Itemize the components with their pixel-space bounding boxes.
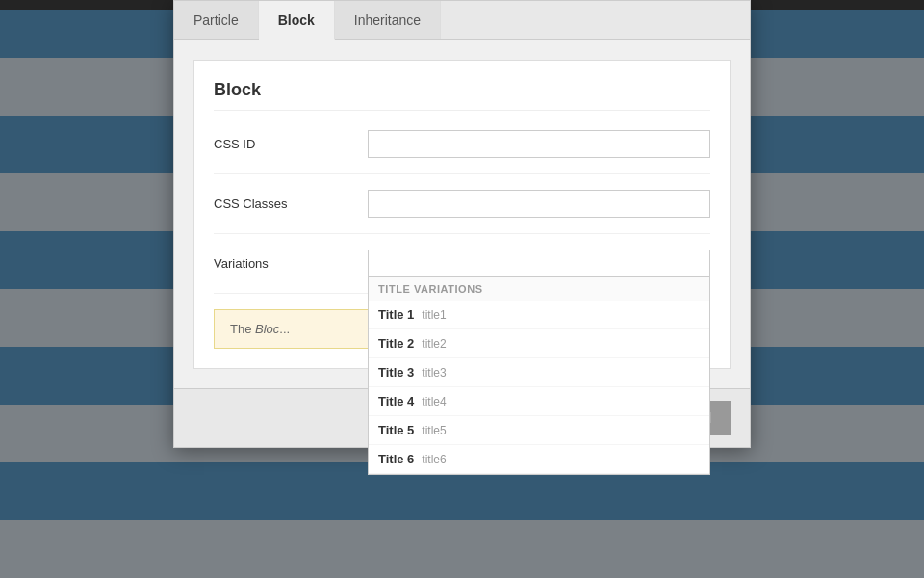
tab-block[interactable]: Block xyxy=(259,1,335,40)
dropdown-item-main: Title 4 xyxy=(378,394,414,408)
dropdown-item-sub: title4 xyxy=(422,395,446,408)
dropdown-item[interactable]: Title 3 title3 xyxy=(369,358,709,387)
dropdown-item-sub: title3 xyxy=(422,366,446,380)
dropdown-item-main: Title 1 xyxy=(378,307,414,322)
card-title: Block xyxy=(214,80,710,111)
css-id-label: CSS ID xyxy=(214,130,368,151)
dropdown-item[interactable]: Title 1 title1 xyxy=(369,301,709,329)
css-classes-input[interactable] xyxy=(368,190,710,218)
variations-dropdown[interactable]: TITLE VARIATIONS Title 1 title1 Title 2 … xyxy=(368,277,710,475)
dropdown-item-main: Title 2 xyxy=(378,336,414,351)
tab-bar: Particle Block Inheritance xyxy=(174,1,750,40)
css-id-input[interactable] xyxy=(368,130,710,158)
dropdown-item-sub: title1 xyxy=(422,308,446,322)
variations-wrapper: TITLE VARIATIONS Title 1 title1 Title 2 … xyxy=(368,250,710,277)
info-text-italic: Bloc xyxy=(255,322,279,336)
info-text-after: ... xyxy=(279,322,290,336)
dropdown-item[interactable]: Title 5 title5 xyxy=(369,416,709,445)
dropdown-item-sub: title2 xyxy=(422,337,446,351)
dropdown-item[interactable]: Title 6 title6 xyxy=(369,445,709,474)
dropdown-item[interactable]: Title 4 title4 xyxy=(369,387,709,416)
modal-dialog: Particle Block Inheritance Block CSS ID … xyxy=(173,0,751,448)
dropdown-item-sub: title5 xyxy=(422,424,446,437)
variations-input[interactable] xyxy=(368,250,710,277)
dropdown-header: TITLE VARIATIONS xyxy=(369,277,709,301)
css-classes-label: CSS Classes xyxy=(214,190,368,211)
dropdown-item-main: Title 3 xyxy=(378,365,414,380)
dropdown-item-sub: title6 xyxy=(422,453,446,466)
info-text-before: The xyxy=(230,322,255,336)
css-classes-row: CSS Classes xyxy=(214,190,710,234)
block-card: Block CSS ID CSS Classes Variations xyxy=(193,60,731,369)
dropdown-item-main: Title 5 xyxy=(378,423,414,437)
variations-label: Variations xyxy=(214,250,368,271)
dropdown-item[interactable]: Title 2 title2 xyxy=(369,329,709,358)
variations-row: Variations TITLE VARIATIONS Title 1 titl… xyxy=(214,250,710,294)
css-id-row: CSS ID xyxy=(214,130,710,174)
dropdown-item-main: Title 6 xyxy=(378,452,414,466)
modal-body: Block CSS ID CSS Classes Variations xyxy=(174,40,750,388)
tab-particle[interactable]: Particle xyxy=(174,1,259,39)
modal-overlay: Particle Block Inheritance Block CSS ID … xyxy=(0,0,924,578)
tab-inheritance[interactable]: Inheritance xyxy=(335,1,441,39)
